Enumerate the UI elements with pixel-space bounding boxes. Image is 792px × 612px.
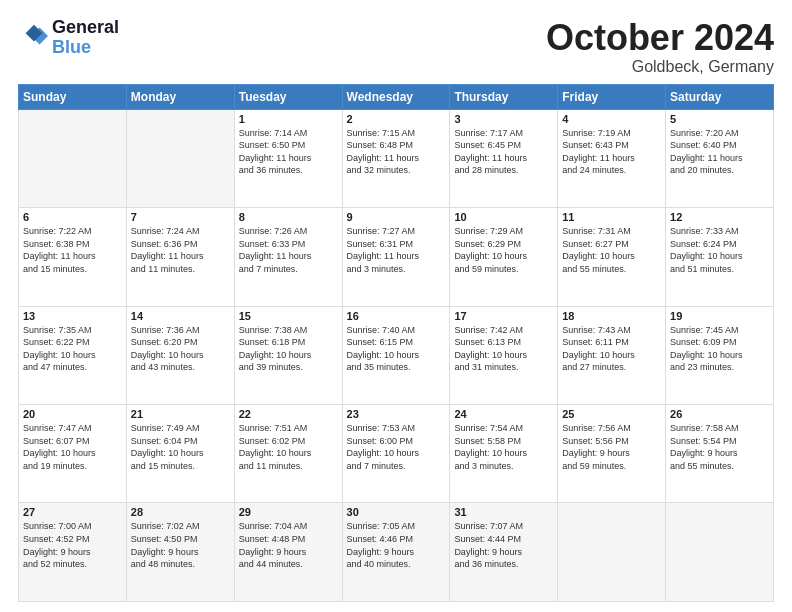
- day-number: 25: [562, 408, 661, 420]
- calendar-cell: 4Sunrise: 7:19 AM Sunset: 6:43 PM Daylig…: [558, 109, 666, 207]
- day-number: 14: [131, 310, 230, 322]
- day-info: Sunrise: 7:56 AM Sunset: 5:56 PM Dayligh…: [562, 422, 661, 472]
- day-info: Sunrise: 7:17 AM Sunset: 6:45 PM Dayligh…: [454, 127, 553, 177]
- calendar-cell: [666, 503, 774, 602]
- calendar-cell: 22Sunrise: 7:51 AM Sunset: 6:02 PM Dayli…: [234, 405, 342, 503]
- day-info: Sunrise: 7:15 AM Sunset: 6:48 PM Dayligh…: [347, 127, 446, 177]
- day-number: 15: [239, 310, 338, 322]
- day-number: 26: [670, 408, 769, 420]
- day-number: 8: [239, 211, 338, 223]
- calendar-cell: 28Sunrise: 7:02 AM Sunset: 4:50 PM Dayli…: [126, 503, 234, 602]
- calendar-cell: 17Sunrise: 7:42 AM Sunset: 6:13 PM Dayli…: [450, 306, 558, 404]
- weekday-header-saturday: Saturday: [666, 84, 774, 109]
- day-number: 31: [454, 506, 553, 518]
- logo-icon: [20, 22, 48, 50]
- day-number: 22: [239, 408, 338, 420]
- weekday-header-thursday: Thursday: [450, 84, 558, 109]
- day-number: 11: [562, 211, 661, 223]
- day-info: Sunrise: 7:43 AM Sunset: 6:11 PM Dayligh…: [562, 324, 661, 374]
- calendar-cell: 26Sunrise: 7:58 AM Sunset: 5:54 PM Dayli…: [666, 405, 774, 503]
- day-info: Sunrise: 7:38 AM Sunset: 6:18 PM Dayligh…: [239, 324, 338, 374]
- calendar-cell: 24Sunrise: 7:54 AM Sunset: 5:58 PM Dayli…: [450, 405, 558, 503]
- calendar-cell: 30Sunrise: 7:05 AM Sunset: 4:46 PM Dayli…: [342, 503, 450, 602]
- day-number: 28: [131, 506, 230, 518]
- day-number: 1: [239, 113, 338, 125]
- calendar-week-row: 27Sunrise: 7:00 AM Sunset: 4:52 PM Dayli…: [19, 503, 774, 602]
- day-info: Sunrise: 7:45 AM Sunset: 6:09 PM Dayligh…: [670, 324, 769, 374]
- calendar-cell: 15Sunrise: 7:38 AM Sunset: 6:18 PM Dayli…: [234, 306, 342, 404]
- day-info: Sunrise: 7:26 AM Sunset: 6:33 PM Dayligh…: [239, 225, 338, 275]
- day-number: 20: [23, 408, 122, 420]
- day-info: Sunrise: 7:07 AM Sunset: 4:44 PM Dayligh…: [454, 520, 553, 570]
- logo-blue: Blue: [52, 38, 119, 58]
- calendar-cell: 20Sunrise: 7:47 AM Sunset: 6:07 PM Dayli…: [19, 405, 127, 503]
- day-info: Sunrise: 7:05 AM Sunset: 4:46 PM Dayligh…: [347, 520, 446, 570]
- day-number: 13: [23, 310, 122, 322]
- calendar-cell: 6Sunrise: 7:22 AM Sunset: 6:38 PM Daylig…: [19, 208, 127, 306]
- day-info: Sunrise: 7:20 AM Sunset: 6:40 PM Dayligh…: [670, 127, 769, 177]
- day-number: 21: [131, 408, 230, 420]
- day-number: 10: [454, 211, 553, 223]
- day-info: Sunrise: 7:33 AM Sunset: 6:24 PM Dayligh…: [670, 225, 769, 275]
- day-number: 18: [562, 310, 661, 322]
- title-block: October 2024 Goldbeck, Germany: [546, 18, 774, 76]
- calendar-cell: 12Sunrise: 7:33 AM Sunset: 6:24 PM Dayli…: [666, 208, 774, 306]
- day-info: Sunrise: 7:02 AM Sunset: 4:50 PM Dayligh…: [131, 520, 230, 570]
- day-number: 4: [562, 113, 661, 125]
- day-info: Sunrise: 7:29 AM Sunset: 6:29 PM Dayligh…: [454, 225, 553, 275]
- day-number: 23: [347, 408, 446, 420]
- day-number: 5: [670, 113, 769, 125]
- calendar-cell: [19, 109, 127, 207]
- calendar-cell: 18Sunrise: 7:43 AM Sunset: 6:11 PM Dayli…: [558, 306, 666, 404]
- calendar-cell: 21Sunrise: 7:49 AM Sunset: 6:04 PM Dayli…: [126, 405, 234, 503]
- calendar-week-row: 1Sunrise: 7:14 AM Sunset: 6:50 PM Daylig…: [19, 109, 774, 207]
- day-info: Sunrise: 7:31 AM Sunset: 6:27 PM Dayligh…: [562, 225, 661, 275]
- header: General Blue October 2024 Goldbeck, Germ…: [18, 18, 774, 76]
- day-number: 27: [23, 506, 122, 518]
- day-number: 16: [347, 310, 446, 322]
- weekday-header-sunday: Sunday: [19, 84, 127, 109]
- day-number: 17: [454, 310, 553, 322]
- day-number: 19: [670, 310, 769, 322]
- day-number: 12: [670, 211, 769, 223]
- calendar-cell: [126, 109, 234, 207]
- calendar-cell: 31Sunrise: 7:07 AM Sunset: 4:44 PM Dayli…: [450, 503, 558, 602]
- day-info: Sunrise: 7:54 AM Sunset: 5:58 PM Dayligh…: [454, 422, 553, 472]
- day-info: Sunrise: 7:42 AM Sunset: 6:13 PM Dayligh…: [454, 324, 553, 374]
- calendar-cell: 29Sunrise: 7:04 AM Sunset: 4:48 PM Dayli…: [234, 503, 342, 602]
- location-subtitle: Goldbeck, Germany: [546, 58, 774, 76]
- calendar-cell: 1Sunrise: 7:14 AM Sunset: 6:50 PM Daylig…: [234, 109, 342, 207]
- calendar-cell: 2Sunrise: 7:15 AM Sunset: 6:48 PM Daylig…: [342, 109, 450, 207]
- calendar-cell: 3Sunrise: 7:17 AM Sunset: 6:45 PM Daylig…: [450, 109, 558, 207]
- page: General Blue October 2024 Goldbeck, Germ…: [0, 0, 792, 612]
- day-number: 7: [131, 211, 230, 223]
- day-info: Sunrise: 7:19 AM Sunset: 6:43 PM Dayligh…: [562, 127, 661, 177]
- calendar-cell: 16Sunrise: 7:40 AM Sunset: 6:15 PM Dayli…: [342, 306, 450, 404]
- day-info: Sunrise: 7:36 AM Sunset: 6:20 PM Dayligh…: [131, 324, 230, 374]
- day-number: 29: [239, 506, 338, 518]
- calendar-cell: 11Sunrise: 7:31 AM Sunset: 6:27 PM Dayli…: [558, 208, 666, 306]
- weekday-header-wednesday: Wednesday: [342, 84, 450, 109]
- calendar-cell: 25Sunrise: 7:56 AM Sunset: 5:56 PM Dayli…: [558, 405, 666, 503]
- day-info: Sunrise: 7:40 AM Sunset: 6:15 PM Dayligh…: [347, 324, 446, 374]
- day-number: 2: [347, 113, 446, 125]
- day-number: 24: [454, 408, 553, 420]
- calendar-cell: 9Sunrise: 7:27 AM Sunset: 6:31 PM Daylig…: [342, 208, 450, 306]
- logo-general: General: [52, 18, 119, 38]
- calendar-week-row: 13Sunrise: 7:35 AM Sunset: 6:22 PM Dayli…: [19, 306, 774, 404]
- day-number: 3: [454, 113, 553, 125]
- day-info: Sunrise: 7:04 AM Sunset: 4:48 PM Dayligh…: [239, 520, 338, 570]
- calendar-cell: 27Sunrise: 7:00 AM Sunset: 4:52 PM Dayli…: [19, 503, 127, 602]
- day-info: Sunrise: 7:35 AM Sunset: 6:22 PM Dayligh…: [23, 324, 122, 374]
- day-info: Sunrise: 7:58 AM Sunset: 5:54 PM Dayligh…: [670, 422, 769, 472]
- day-info: Sunrise: 7:14 AM Sunset: 6:50 PM Dayligh…: [239, 127, 338, 177]
- calendar-cell: 14Sunrise: 7:36 AM Sunset: 6:20 PM Dayli…: [126, 306, 234, 404]
- day-info: Sunrise: 7:00 AM Sunset: 4:52 PM Dayligh…: [23, 520, 122, 570]
- weekday-header-row: SundayMondayTuesdayWednesdayThursdayFrid…: [19, 84, 774, 109]
- day-info: Sunrise: 7:53 AM Sunset: 6:00 PM Dayligh…: [347, 422, 446, 472]
- calendar-cell: 7Sunrise: 7:24 AM Sunset: 6:36 PM Daylig…: [126, 208, 234, 306]
- calendar-cell: 5Sunrise: 7:20 AM Sunset: 6:40 PM Daylig…: [666, 109, 774, 207]
- day-info: Sunrise: 7:47 AM Sunset: 6:07 PM Dayligh…: [23, 422, 122, 472]
- day-number: 6: [23, 211, 122, 223]
- month-title: October 2024: [546, 18, 774, 58]
